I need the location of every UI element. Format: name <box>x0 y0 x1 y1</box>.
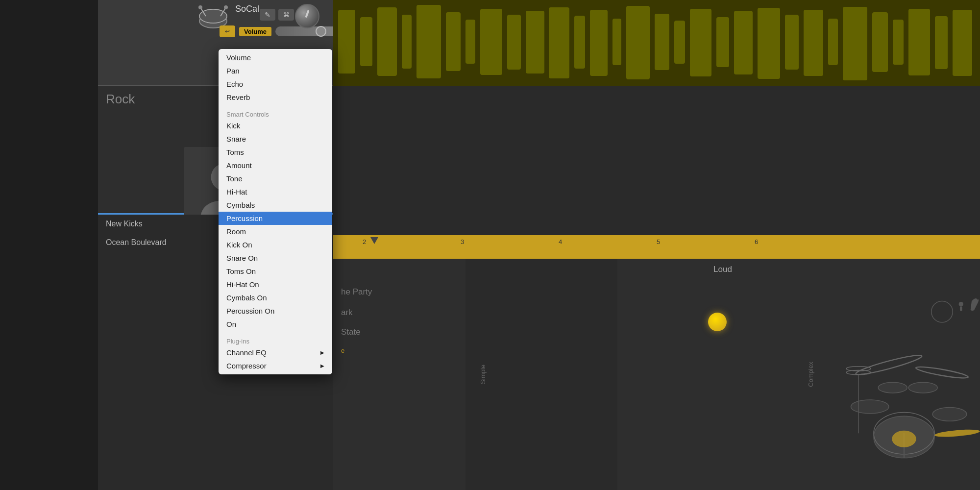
svg-point-38 <box>931 301 953 322</box>
svg-rect-11 <box>416 5 441 78</box>
submenu-arrow-comp: ▶ <box>320 363 324 368</box>
svg-rect-15 <box>507 15 521 70</box>
menu-item-echo[interactable]: Echo <box>219 77 332 91</box>
headphones-button[interactable]: ⌘ <box>278 9 294 21</box>
menu-item-snare[interactable]: Snare <box>219 132 332 146</box>
svg-rect-21 <box>626 6 650 79</box>
card-left: he Party ark State e <box>333 259 466 490</box>
card-text-state: State <box>341 327 361 337</box>
left-panel <box>0 0 98 490</box>
menu-section-plugins: Plug-ins <box>219 335 332 346</box>
dropdown-menu: Volume Pan Echo Reverb Smart Controls Ki… <box>219 49 332 374</box>
routing-button[interactable]: ↩ <box>220 25 235 37</box>
svg-rect-27 <box>758 8 780 79</box>
complex-label: Complex <box>807 362 814 387</box>
menu-item-channel-eq[interactable]: Channel EQ ▶ <box>219 346 332 359</box>
volume-dropdown-trigger[interactable]: Volume <box>239 27 271 36</box>
svg-rect-35 <box>935 16 948 69</box>
svg-point-5 <box>198 5 202 9</box>
svg-rect-28 <box>785 15 799 70</box>
pencil-button[interactable]: ✎ <box>260 9 275 21</box>
svg-point-53 <box>892 431 916 447</box>
menu-item-kick-on[interactable]: Kick On <box>219 238 332 251</box>
svg-rect-22 <box>655 14 669 70</box>
svg-rect-8 <box>360 17 372 66</box>
card-text-e: e <box>341 347 344 354</box>
svg-rect-20 <box>612 19 621 65</box>
menu-item-compressor[interactable]: Compressor ▶ <box>219 359 332 372</box>
menu-item-toms-on[interactable]: Toms On <box>219 265 332 278</box>
menu-item-room[interactable]: Room <box>219 225 332 238</box>
cards-area: he Party ark State e Simple Loud Complex <box>333 259 980 490</box>
ruler-marker-2: 2 <box>363 238 366 245</box>
ruler-marker-4: 4 <box>559 238 562 245</box>
svg-rect-17 <box>549 7 569 78</box>
svg-point-48 <box>932 407 967 421</box>
menu-separator-2 <box>219 331 332 335</box>
waveform-svg <box>333 0 980 86</box>
menu-item-toms[interactable]: Toms <box>219 146 332 159</box>
card-text-mark: ark <box>341 308 353 318</box>
svg-rect-31 <box>843 7 867 80</box>
menu-section-smart-controls: Smart Controls <box>219 108 332 119</box>
svg-point-45 <box>851 400 889 414</box>
menu-item-percussion-on[interactable]: Percussion On <box>219 304 332 318</box>
menu-item-hihat-on[interactable]: Hi-Hat On <box>219 278 332 291</box>
playhead[interactable] <box>370 237 378 244</box>
loud-card: Loud Complex <box>617 259 828 490</box>
ruler-marker-3: 3 <box>461 238 464 245</box>
svg-rect-19 <box>590 10 608 76</box>
main-knob[interactable] <box>295 4 319 28</box>
svg-point-46 <box>878 382 907 393</box>
timeline-ruler[interactable]: 2 3 4 5 6 <box>333 235 980 259</box>
svg-rect-9 <box>377 7 397 76</box>
svg-rect-24 <box>690 9 711 76</box>
drum-kit-svg <box>828 259 980 490</box>
menu-item-amount[interactable]: Amount <box>219 159 332 172</box>
svg-point-41 <box>855 352 923 377</box>
svg-rect-14 <box>480 9 502 75</box>
svg-rect-36 <box>953 10 972 76</box>
submenu-arrow-eq: ▶ <box>320 350 324 355</box>
svg-rect-18 <box>574 16 585 69</box>
svg-rect-16 <box>526 11 544 74</box>
svg-rect-40 <box>960 306 962 311</box>
card-right <box>828 259 980 490</box>
svg-rect-29 <box>804 10 823 76</box>
menu-item-pan[interactable]: Pan <box>219 64 332 77</box>
menu-separator-1 <box>219 104 332 108</box>
loud-dot[interactable] <box>708 313 727 331</box>
menu-item-cymbals-on[interactable]: Cymbals On <box>219 291 332 304</box>
menu-item-hihat[interactable]: Hi-Hat <box>219 185 332 198</box>
svg-rect-34 <box>908 9 930 75</box>
ruler-marker-6: 6 <box>755 238 758 245</box>
track-title: SoCal <box>235 4 259 14</box>
card-center: Simple <box>466 259 617 490</box>
menu-item-volume[interactable]: Volume <box>219 51 332 64</box>
svg-rect-30 <box>828 19 838 65</box>
menu-item-reverb[interactable]: Reverb <box>219 91 332 104</box>
svg-point-2 <box>199 9 227 23</box>
menu-item-kick[interactable]: Kick <box>219 119 332 132</box>
svg-point-6 <box>224 5 228 9</box>
menu-item-percussion[interactable]: Percussion <box>219 212 332 225</box>
svg-rect-7 <box>338 10 355 74</box>
svg-rect-13 <box>466 20 475 64</box>
svg-point-39 <box>959 302 963 306</box>
svg-point-47 <box>908 382 937 393</box>
loud-title: Loud <box>617 259 828 280</box>
menu-item-tone[interactable]: Tone <box>219 172 332 185</box>
menu-item-snare-on[interactable]: Snare On <box>219 251 332 265</box>
svg-point-42 <box>915 365 969 380</box>
svg-point-54 <box>934 428 980 438</box>
simple-label: Simple <box>479 365 487 384</box>
menu-item-on[interactable]: On <box>219 318 332 331</box>
svg-rect-33 <box>893 20 904 65</box>
svg-rect-32 <box>872 12 888 72</box>
card-text-party: he Party <box>341 287 372 297</box>
menu-item-cymbals[interactable]: Cymbals <box>219 198 332 212</box>
slider-thumb[interactable] <box>316 26 326 37</box>
svg-rect-12 <box>446 12 461 71</box>
svg-rect-26 <box>734 11 753 74</box>
ruler-marker-5: 5 <box>657 238 660 245</box>
